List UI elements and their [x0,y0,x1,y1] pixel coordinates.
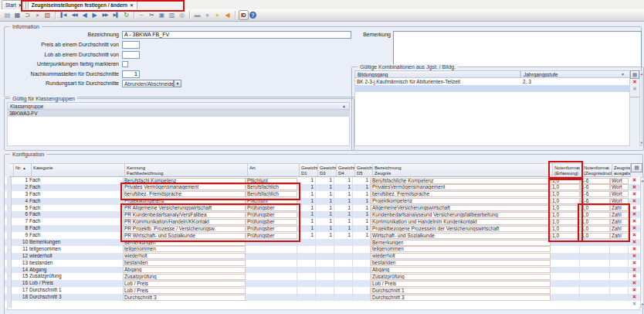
cell-notenformat-erfassung[interactable] [551,280,580,287]
konfig-row[interactable]: 7FachPR Kommunikation/Handeln/KKontaktPr… [5,218,640,225]
copy-icon[interactable]: ▣ [158,10,167,20]
delete-row-icon[interactable]: ✕ [629,232,640,239]
cell-art[interactable]: Prüfungsber [246,226,297,232]
preis-input[interactable] [122,41,140,49]
jahrgangsstufe-filter-icon[interactable]: ▼ [621,70,625,78]
cell-notenformat-zeugnisdruck[interactable]: 1,0 [580,212,610,218]
delete-row-icon[interactable]: ✕ [629,218,640,225]
cell-notenformat-zeugnisdruck[interactable] [580,253,610,260]
kombinationen-row-jahrgangsstufe[interactable]: 2, 3 [520,78,630,85]
nav-fast-next-icon[interactable]: ▶▶ [100,10,110,20]
cell-kennung[interactable]: PR Wirtschaft- und Sozialkunde [123,233,246,239]
cell-notenformat-zeugnisdruck[interactable]: 1-6 [580,178,610,184]
cell-gewicht-d1[interactable] [297,253,316,260]
cell-bezeichnung[interactable]: Durchschnitt 1 [371,288,551,294]
cell-notenformat-zeugnisdruck[interactable]: 1-6 [580,198,610,204]
cell-gewicht-d1[interactable]: 1 [297,177,316,184]
help-icon[interactable]: ? [249,12,256,19]
cell-gewicht-d4[interactable]: 1 [334,198,353,205]
cell-bezeichnung[interactable]: Kundenbedarfsanalyseund Versicherungsfal… [371,212,551,218]
cell-art[interactable] [246,273,297,280]
cell-gewicht-d4[interactable]: 1 [334,184,353,191]
cell-art[interactable] [246,287,297,294]
cell-kennung[interactable]: berufsbez. Fremdsprache [123,191,246,197]
cell-gewicht-d3[interactable]: 1 [316,232,334,239]
cell-kennung[interactable]: Bemerkungen [123,240,246,246]
rundungsart-dropdown-icon[interactable]: ▼ [174,80,181,87]
row-selector[interactable] [7,301,12,308]
konfig-row[interactable]: 4FachProjektkompetenzPflichtunt1111Proje… [5,198,640,205]
cell-notenformat-zeugnisdruck[interactable]: 1,0 [580,226,610,232]
delete-row-icon[interactable]: ✕ [629,246,640,253]
discard-changes-icon[interactable]: ▧ [43,10,53,20]
cell-kennung[interactable]: Abgang [123,267,246,273]
klassengruppen-row[interactable]: 3BKWA3-FV [7,110,350,117]
konfig-row[interactable]: 11teilgenommenteilgenommenteilgenommen✕ [5,246,640,253]
cell-gewicht-d1[interactable] [297,246,316,253]
horn-icon[interactable]: ◀ [223,10,232,20]
unterpunktungen-checkbox[interactable] [122,61,128,67]
delete-row-icon[interactable]: ✕ [629,280,640,287]
column-header-zeugnisausgabe[interactable]: Zeugnis- ausgabe [612,163,631,177]
cell-bezeichnung[interactable]: Durchschnitt 3 [371,295,551,301]
kombinationen-header-bildungsgang[interactable]: Bildungsgang [354,70,520,78]
konfig-row[interactable]: 17Durchschnitt 1Lob / PreisDurchschnitt … [5,287,640,294]
cell-notenformat-zeugnisdruck[interactable] [580,267,610,274]
cell-notenformat-zeugnisdruck[interactable] [580,287,610,294]
cell-kennung[interactable]: PR Kundenbedarfsanaly/VersFallbea [123,212,246,218]
cell-kennung[interactable]: PR Projektb. Prozesse / Versicherungsw. [123,226,246,232]
cell-notenformat-erfassung[interactable]: 1,0 [551,178,580,184]
cell-bezeichnung[interactable]: Kommunikation und Handelnim Kundenkontak… [371,219,551,225]
cell-gewicht-d5[interactable]: 1 [353,198,371,205]
cell-gewicht-d3[interactable] [316,280,334,287]
cell-bezeichnung[interactable]: AllgemeineVersicherungswirtschaft [371,205,551,211]
cell-kennung[interactable]: teilgenommen [123,246,246,252]
delete-row-icon[interactable]: ✕ [629,205,640,212]
cell-bezeichnung[interactable]: PrivatesVermögensmanagement [371,184,551,190]
cell-gewicht-d4[interactable]: 1 [334,218,353,225]
cell-zeugnisausgabe[interactable] [610,273,629,280]
cell-notenformat-erfassung[interactable] [551,246,580,253]
cell-zeugnisausgabe[interactable] [610,239,629,246]
konfig-row[interactable]: 13bestandenbestandenbestanden✕ [5,260,640,267]
delete-row-icon[interactable]: ✕ [629,260,640,267]
konfig-empty-row[interactable]: ✕ [5,301,640,308]
bemerkung-textarea[interactable] [393,31,642,67]
cell-art[interactable]: Berufsfachlich [246,191,297,197]
preview-icon[interactable]: ● [203,10,212,20]
cell-art[interactable] [246,239,297,246]
kombinationen-scrollbar[interactable]: ▲ ▼ [639,70,642,146]
delete-kombination-icon[interactable]: ✕ [630,78,639,85]
cell-gewicht-d1[interactable]: 1 [297,232,316,239]
cell-notenformat-erfassung[interactable]: 1,0 [551,198,580,204]
cell-notenformat-zeugnisdruck[interactable] [580,239,610,246]
id-button[interactable]: ID [239,10,249,20]
konfig-row[interactable]: 15ZusatzprüfungZusatzprüfungZusatzprüfun… [5,273,640,280]
konfig-row[interactable]: 18Durchschnitt 3Durchschnitt 3Durchschni… [5,294,640,301]
cell-gewicht-d3[interactable] [316,273,334,280]
cell-gewicht-d4[interactable]: 1 [334,191,353,198]
cell-zeugnisausgabe[interactable]: Wort [610,184,629,190]
cell-notenformat-erfassung[interactable] [551,239,580,246]
cell-notenformat-erfassung[interactable]: 1,0 [551,212,580,218]
cell-gewicht-d4[interactable] [334,239,353,246]
cell-art[interactable]: Pflichtunt [246,178,297,184]
cell-notenformat-erfassung[interactable]: 1,0 [551,184,580,190]
cell-art[interactable] [246,267,297,274]
cell-kennung[interactable]: Durchschnitt 3 [123,295,246,301]
cell-gewicht-d4[interactable] [334,267,353,274]
cell-art[interactable] [246,280,297,287]
cell-bezeichnung[interactable]: Berufsfachliche Kompetenz [371,178,551,184]
cell-art[interactable]: Prüfungsber [246,212,297,218]
delete-row-icon[interactable]: ✕ [629,225,640,232]
kombinationen-empty-row[interactable] [354,85,630,92]
cell-gewicht-d1[interactable]: 1 [297,198,316,205]
konfig-row[interactable]: 2FachPrivates VermögensmanagementBerufsf… [5,184,640,191]
konfig-row[interactable]: 12wiederholtwiederholtwiederholt✕ [5,253,640,260]
cell-gewicht-d3[interactable]: 1 [316,205,334,212]
column-header-gewicht-d5[interactable]: Gewicht D5 [355,163,373,177]
cell-gewicht-d4[interactable]: 1 [334,177,353,184]
konfig-grid-button[interactable]: ▦ [631,163,642,172]
cell-gewicht-d5[interactable] [353,267,371,274]
scroll-down-icon[interactable]: ▼ [640,140,642,145]
